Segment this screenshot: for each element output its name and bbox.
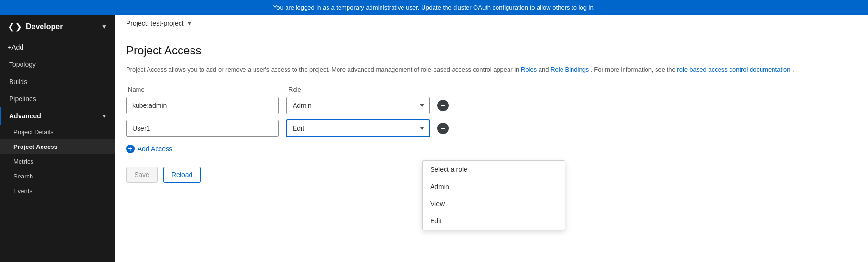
desc-after: . For more information, see the	[591, 66, 677, 73]
dropdown-option-select-role[interactable]: Select a role	[423, 161, 565, 178]
sidebar-item-events[interactable]: Events	[0, 184, 115, 199]
sidebar-item-search[interactable]: Search	[0, 169, 115, 184]
desc-before: Project Access allows you to add or remo…	[126, 66, 521, 73]
col-name-header: Name	[128, 86, 281, 93]
col-role-header: Role	[288, 86, 432, 93]
role-bindings-link[interactable]: Role Bindings	[550, 66, 589, 73]
main-content: Project: test-project ▼ Project Access P…	[115, 15, 868, 262]
sidebar-item-project-access[interactable]: Project Access	[0, 139, 115, 154]
roles-link[interactable]: Roles	[521, 66, 537, 73]
sidebar-item-topology[interactable]: Topology	[0, 56, 115, 73]
add-icon: +	[126, 145, 135, 153]
role-select-wrapper-1: Admin View Edit	[286, 97, 430, 114]
sidebar-section-advanced[interactable]: Advanced ▼	[0, 107, 115, 125]
sidebar-item-pipelines[interactable]: Pipelines	[0, 90, 115, 107]
sidebar-header: ❮❯ Developer ▼	[0, 15, 115, 39]
name-input-2[interactable]	[126, 120, 279, 137]
dropdown-option-admin[interactable]: Admin	[423, 178, 565, 195]
save-button: Save	[126, 167, 158, 183]
add-access-button[interactable]: + Add Access	[126, 143, 172, 155]
sidebar: ❮❯ Developer ▼ +Add Topology Builds Pipe…	[0, 15, 115, 262]
project-label: Project: test-project	[126, 20, 184, 27]
remove-button-1[interactable]	[437, 100, 449, 111]
add-button[interactable]: +Add	[0, 39, 115, 56]
dropdown-option-view[interactable]: View	[423, 195, 565, 212]
oauth-link[interactable]: cluster OAuth configuration	[453, 4, 528, 11]
desc-end: .	[792, 66, 794, 73]
role-select-wrapper-2: Edit Admin View	[286, 120, 430, 137]
page-title: Project Access	[126, 44, 857, 57]
page-description: Project Access allows you to add or remo…	[126, 65, 857, 74]
top-banner: You are logged in as a temporary adminis…	[0, 0, 868, 15]
role-select-2[interactable]: Edit Admin View	[286, 120, 430, 137]
banner-text: You are logged in as a temporary adminis…	[273, 4, 453, 11]
dropdown-option-edit[interactable]: Edit	[423, 212, 565, 230]
add-access-label: Add Access	[138, 145, 172, 153]
project-dropdown-icon[interactable]: ▼	[187, 20, 192, 27]
sidebar-item-project-details[interactable]: Project Details	[0, 125, 115, 139]
brand-chevron-icon[interactable]: ▼	[101, 23, 107, 30]
access-row-2: Edit Admin View	[126, 120, 857, 137]
project-bar: Project: test-project ▼	[115, 15, 868, 32]
role-select-1[interactable]: Admin View Edit	[286, 97, 430, 114]
name-input-1[interactable]	[126, 97, 279, 114]
sidebar-item-builds[interactable]: Builds	[0, 73, 115, 90]
reload-button[interactable]: Reload	[163, 167, 201, 183]
access-row-1: Admin View Edit	[126, 97, 857, 114]
brand-icon: ❮❯	[8, 21, 22, 32]
desc-middle: and	[539, 66, 550, 73]
advanced-chevron-icon: ▼	[101, 113, 107, 119]
rbac-docs-link[interactable]: role-based access control documentation	[677, 66, 790, 73]
content-area: Project Access Project Access allows you…	[115, 32, 868, 262]
role-dropdown-popup: Select a role Admin View Edit	[422, 160, 565, 230]
brand-name: Developer	[26, 22, 63, 31]
sidebar-item-metrics[interactable]: Metrics	[0, 154, 115, 169]
table-header: Name Role	[126, 86, 857, 93]
banner-middle: to allow others to log in.	[530, 4, 595, 11]
remove-button-2[interactable]	[437, 123, 449, 134]
